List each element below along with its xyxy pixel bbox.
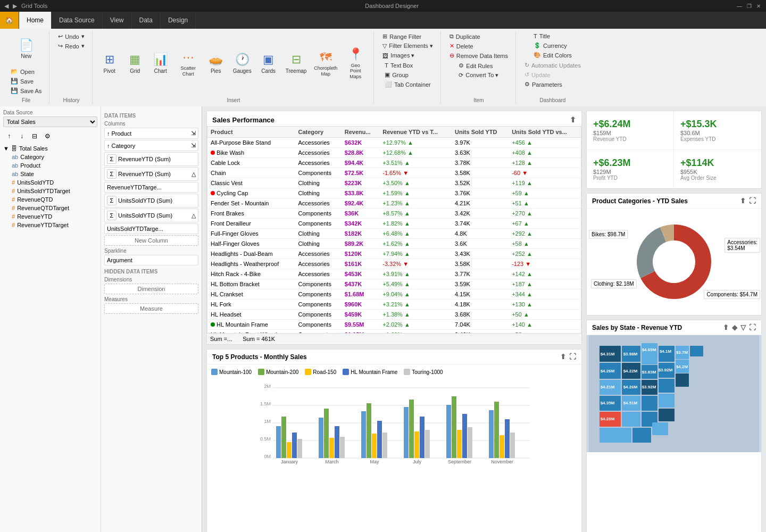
tree-item-unitsytdt[interactable]: #UnitsSoldYTDTarget <box>12 187 97 195</box>
scatter-btn[interactable]: ⋯ Scatter Chart <box>174 47 202 81</box>
new-column-btn[interactable]: New Column <box>104 235 198 246</box>
tree-root[interactable]: ▼ 🗄 Total Sales <box>3 144 97 153</box>
table-row[interactable]: Headlights - Dual-Beam Accessories $120K… <box>207 249 581 259</box>
minimize-btn[interactable]: — <box>736 3 743 9</box>
tree-item-revqtd[interactable]: #RevenueQTD <box>12 195 97 204</box>
table-row[interactable]: Hitch Rack - 4-Bike Accessories $453K +3… <box>207 269 581 279</box>
argument-btn[interactable]: Argument <box>104 255 198 265</box>
new-btn[interactable]: 📄 New <box>16 32 37 66</box>
app-menu-btn[interactable]: 🏠 <box>0 12 19 29</box>
tab-view[interactable]: View <box>103 12 132 29</box>
tree-item-revytdt[interactable]: #RevenueYTDTarget <box>12 221 97 229</box>
table-export-icon[interactable]: ⬆ <box>570 115 576 124</box>
tab-design[interactable]: Design <box>161 12 196 29</box>
table-row[interactable]: All-Purpose Bike Stand Accessories $632K… <box>207 138 581 148</box>
measure-btn[interactable]: Measure <box>104 303 198 314</box>
tab-home[interactable]: Home <box>19 12 52 29</box>
title-btn[interactable]: T Title <box>530 32 575 40</box>
col-unitsytd2[interactable]: Σ UnitsSoldYTD (Sum) △ <box>104 209 198 222</box>
filter-elements-btn[interactable]: ▽ Filter Elements ▾ <box>379 41 436 51</box>
settings-tree-icon[interactable]: ⚙ <box>41 130 53 142</box>
col-revytd1[interactable]: Σ RevenueYTD (Sum) <box>104 152 198 166</box>
table-row[interactable]: HL Bottom Bracket Components $437K +5.49… <box>207 279 581 289</box>
chart-btn[interactable]: 📊 Chart <box>149 47 172 81</box>
map-filter-icon[interactable]: ▽ <box>740 323 746 331</box>
bar-fullscreen-icon[interactable]: ⛶ <box>569 353 576 361</box>
saveas-btn[interactable]: 💾 Save As <box>7 86 45 95</box>
table-row[interactable]: Cable Lock Accessories $94.4K +3.51% ▲ 3… <box>207 158 581 168</box>
table-row[interactable]: HL Mountain Frame Components $9.55M +2.0… <box>207 320 581 330</box>
remove-data-btn[interactable]: ⊖ Remove Data Items <box>446 51 511 60</box>
pies-btn[interactable]: 🥧 Pies <box>204 47 228 81</box>
table-row[interactable]: Bike Wash Accessories $28.8K +12.68% ▲ 3… <box>207 148 581 158</box>
pivot-btn[interactable]: ⊞ Pivot <box>98 47 121 81</box>
filter-tree-icon[interactable]: ⊟ <box>29 130 40 142</box>
table-row[interactable]: Chain Components $72.5K -1.65% ▼ 3.58K -… <box>207 168 581 178</box>
auto-updates-btn[interactable]: ↻ Automatic Updates <box>521 61 584 70</box>
save-btn[interactable]: 💾 Save <box>7 77 45 86</box>
col-product[interactable]: ↑ Product ⇲ <box>104 128 198 139</box>
donut-fullscreen-icon[interactable]: ⛶ <box>749 197 756 205</box>
table-row[interactable]: Cycling Cap Clothing $33.8K +1.59% ▲ 3.7… <box>207 188 581 198</box>
table-row[interactable]: HL Mountain Front Wheel Components $1.05… <box>207 330 581 334</box>
open-btn[interactable]: 📂 Open <box>7 67 45 76</box>
col-unitsytd1[interactable]: Σ UnitsSoldYTD (Sum) <box>104 194 198 207</box>
datasource-select[interactable]: Total Sales <box>3 117 97 127</box>
tab-data[interactable]: Data <box>132 12 161 29</box>
tree-item-state[interactable]: abState <box>12 170 97 178</box>
tree-item-unitsytd[interactable]: #UnitsSoldYTD <box>12 178 97 187</box>
close-btn[interactable]: ✕ <box>755 3 762 9</box>
parameters-btn[interactable]: ⚙ Parameters <box>521 80 584 89</box>
table-row[interactable]: Front Derailleur Components $342K +1.82%… <box>207 219 581 229</box>
bar-export-icon[interactable]: ⬆ <box>560 353 566 361</box>
table-row[interactable]: Fender Set - Mountain Accessories $92.4K… <box>207 198 581 209</box>
table-row[interactable]: Front Brakes Components $36K +8.57% ▲ 3.… <box>207 209 581 219</box>
undo-btn[interactable]: ↩ Undo ▾ <box>55 32 87 41</box>
range-filter-btn[interactable]: ⊞ Range Filter <box>379 32 436 41</box>
sort-desc-icon[interactable]: ↓ <box>16 130 28 142</box>
treemap-btn[interactable]: ⊟ Treemap <box>282 47 310 81</box>
table-row[interactable]: Full-Finger Gloves Clothing $182K +6.48%… <box>207 229 581 239</box>
gauges-btn[interactable]: 🕐 Gauges <box>230 47 255 81</box>
table-row[interactable]: Classic Vest Clothing $223K +3.50% ▲ 3.5… <box>207 178 581 188</box>
tab-datasource[interactable]: Data Source <box>52 12 103 29</box>
table-row[interactable]: HL Headset Components $459K +1.38% ▲ 3.6… <box>207 310 581 320</box>
geopoint-btn[interactable]: 📍 Geo Point Maps <box>342 47 369 81</box>
table-row[interactable]: Headlights - Weatherproof Accessories $1… <box>207 259 581 269</box>
col-revytdt[interactable]: RevenueYTDTarge... <box>104 182 198 193</box>
tabcontainer-btn[interactable]: ⬜ Tab Container <box>381 80 434 89</box>
edit-rules-btn[interactable]: ⚙ Edit Rules <box>455 61 502 70</box>
tree-item-revqtdt[interactable]: #RevenueQTDTarget <box>12 204 97 212</box>
sort-asc-icon[interactable]: ↑ <box>3 130 15 142</box>
choropleth-btn[interactable]: 🗺 Choropleth Map <box>312 47 339 81</box>
col-unitsytdt[interactable]: UnitsSoldYTDTarge... <box>104 223 198 234</box>
map-diamond-icon[interactable]: ◆ <box>732 323 737 331</box>
tree-item-category[interactable]: abCategory <box>12 153 97 161</box>
grid-btn[interactable]: ▦ Grid <box>123 47 147 81</box>
col-category[interactable]: ↑ Category ⇲ <box>104 140 198 151</box>
col-revytd2[interactable]: Σ RevenueYTD (Sum) △ <box>104 167 198 181</box>
forward-icon[interactable]: ▶ <box>13 3 17 10</box>
delete-btn[interactable]: ✕ Delete <box>446 41 511 51</box>
images-btn[interactable]: 🖼 Images ▾ <box>379 51 436 60</box>
duplicate-btn[interactable]: ⧉ Duplicate <box>446 32 511 41</box>
convert-to-btn[interactable]: ⟳ Convert To ▾ <box>455 71 502 80</box>
tree-item-revytd[interactable]: #RevenueYTD <box>12 212 97 221</box>
table-row[interactable]: HL Crankset Components $1.68M +9.04% ▲ 4… <box>207 289 581 300</box>
group-btn[interactable]: ▣ Group <box>381 70 434 79</box>
redo-btn[interactable]: ↪ Redo ▾ <box>55 41 87 51</box>
maximize-btn[interactable]: ❐ <box>746 3 752 9</box>
cards-btn[interactable]: ▣ Cards <box>257 47 280 81</box>
currency-btn[interactable]: 💲 Currency <box>530 41 575 50</box>
update-btn[interactable]: ↺ Update <box>521 70 584 79</box>
table-container[interactable]: Product Category Revenu... Revenue YTD v… <box>207 126 581 334</box>
back-icon[interactable]: ◀ <box>4 3 9 10</box>
donut-export-icon[interactable]: ⬆ <box>740 197 746 205</box>
textbox-btn[interactable]: T Text Box <box>381 61 434 70</box>
tree-item-product[interactable]: abProduct <box>12 161 97 170</box>
table-row[interactable]: HL Fork Components $960K +3.21% ▲ 4.18K … <box>207 300 581 310</box>
table-row[interactable]: Half-Finger Gloves Clothing $89.2K +1.62… <box>207 239 581 249</box>
map-export-icon[interactable]: ⬆ <box>723 323 729 331</box>
map-fullscreen-icon[interactable]: ⛶ <box>749 323 756 331</box>
dimension-btn[interactable]: Dimension <box>104 284 198 294</box>
